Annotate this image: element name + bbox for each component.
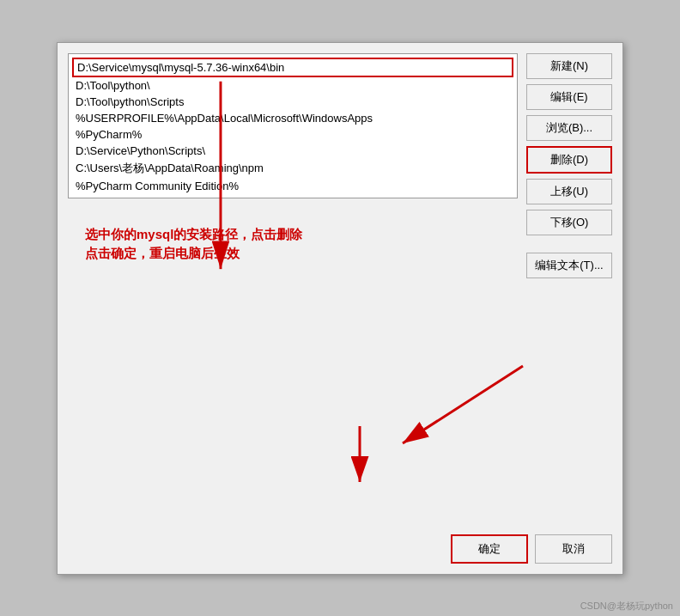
- list-item[interactable]: %PyCharm Community Edition%: [72, 178, 513, 194]
- move-down-button[interactable]: 下移(O): [526, 210, 612, 235]
- footer-section: 确定 取消: [68, 529, 612, 564]
- dialog-footer: 确定 取消: [68, 529, 612, 564]
- list-wrapper: D:\Service\mysql\mysql-5.7.36-winx64\bin…: [68, 53, 518, 522]
- list-item[interactable]: D:\Service\Python\Scripts\: [72, 143, 513, 159]
- list-item[interactable]: %USERPROFILE%\AppData\Local\Microsoft\Wi…: [72, 110, 513, 126]
- list-item[interactable]: D:\Tool\python\Scripts: [72, 94, 513, 110]
- new-button[interactable]: 新建(N): [526, 53, 612, 79]
- cancel-button[interactable]: 取消: [535, 534, 612, 564]
- delete-button[interactable]: 删除(D): [526, 146, 612, 174]
- list-item[interactable]: C:\Users\老杨\AppData\Roaming\npm: [72, 159, 513, 178]
- dialog-body: D:\Service\mysql\mysql-5.7.36-winx64\bin…: [68, 53, 612, 522]
- list-item[interactable]: D:\Tool\python\: [72, 77, 513, 94]
- list-item[interactable]: %PyCharm%: [72, 126, 513, 143]
- list-item[interactable]: D:\Service\mysql\mysql-5.7.36-winx64\bin: [72, 58, 513, 77]
- watermark: CSDN@老杨玩python: [580, 600, 673, 613]
- buttons-panel: 新建(N) 编辑(E) 浏览(B)... 删除(D) 上移(U) 下移(O) 编…: [526, 53, 612, 522]
- edit-text-button[interactable]: 编辑文本(T)...: [526, 253, 612, 278]
- path-list-container[interactable]: D:\Service\mysql\mysql-5.7.36-winx64\bin…: [68, 53, 518, 198]
- edit-button[interactable]: 编辑(E): [526, 84, 612, 110]
- move-up-button[interactable]: 上移(U): [526, 179, 612, 204]
- ok-button[interactable]: 确定: [451, 534, 528, 564]
- browse-button[interactable]: 浏览(B)...: [526, 115, 612, 141]
- annotation-text: 选中你的mysql的安装路径，点击删除 点击确定，重启电脑后生效: [85, 225, 302, 264]
- env-variable-dialog: D:\Service\mysql\mysql-5.7.36-winx64\bin…: [57, 42, 623, 575]
